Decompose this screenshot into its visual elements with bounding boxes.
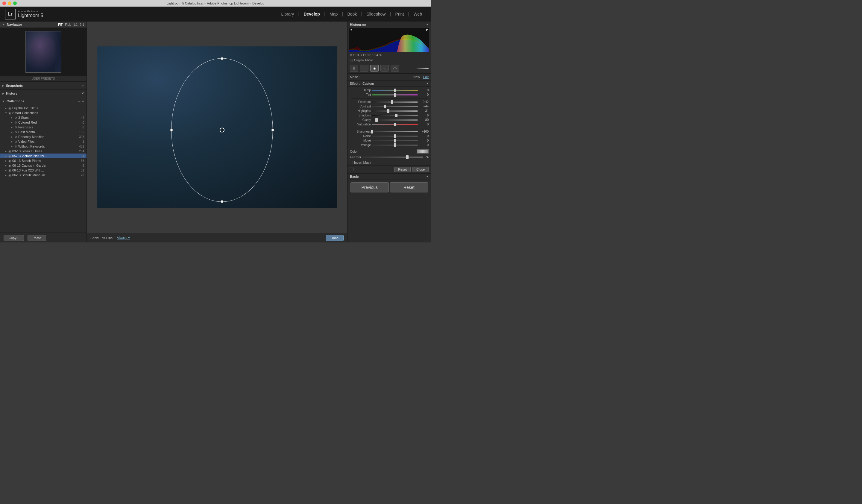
nav-book[interactable]: Book — [343, 6, 361, 22]
tool-redeye[interactable]: ▭ — [380, 65, 389, 71]
tool-gradient[interactable]: ◯ — [391, 65, 399, 71]
tool-grid[interactable]: ⊞ — [350, 65, 358, 71]
maximize-button[interactable] — [13, 1, 17, 5]
collection-item-3stars[interactable]: ▶ ⚙ 3 Stars 44 — [0, 115, 87, 120]
collection-item-past-month[interactable]: ▶ ⚙ Past Month 105 — [0, 130, 87, 134]
slider-thumb-temp[interactable] — [394, 89, 396, 92]
nav-web[interactable]: Web — [409, 6, 426, 22]
slider-thumb-sharpness[interactable] — [371, 130, 373, 133]
collection-item-jessica[interactable]: ▶ ▣ 03-13 Jessica Dress 254 — [0, 149, 87, 154]
collection-count: 34 — [81, 155, 84, 158]
photo-wrapper — [97, 47, 337, 208]
slider-thumb-clarity[interactable] — [375, 118, 378, 122]
minimize-button[interactable] — [8, 1, 11, 5]
paste-button[interactable]: Paste — [27, 235, 46, 241]
collection-item-schulz[interactable]: ▶ ▣ 06-13 Schulz Museum 28 — [0, 173, 87, 177]
right-panel-collapse-tab[interactable]: › — [343, 120, 347, 132]
tool-spot[interactable]: ◉ — [370, 65, 379, 71]
slider-track-shadows[interactable] — [372, 115, 418, 116]
invert-mask-label: Invert Mask — [354, 161, 371, 164]
collection-item-smart[interactable]: ▼ ▣ Smart Collections — [0, 110, 87, 115]
slider-thumb-shadows[interactable] — [395, 114, 397, 117]
nav-1-1[interactable]: 1:1 — [73, 23, 78, 26]
nav-library[interactable]: Library — [277, 6, 298, 22]
basic-section-header[interactable]: Basic ▼ — [348, 173, 431, 180]
show-edit-pins-value[interactable]: Always ▾ — [117, 236, 130, 240]
preview-thumbnail[interactable] — [25, 31, 61, 73]
collection-item-fuji-x20[interactable]: ▶ ▣ 06-13 Fuji X20 With... 31 — [0, 168, 87, 173]
slider-thumb-highlights[interactable] — [387, 109, 389, 113]
nav-print[interactable]: Print — [391, 6, 408, 22]
collection-item-recently-modified[interactable]: ▶ ⚙ Recently Modified 393 — [0, 134, 87, 139]
copy-button[interactable]: Copy... — [3, 235, 24, 241]
nav-3-1[interactable]: 3:1 — [80, 23, 84, 26]
mask-new-button[interactable]: New — [413, 75, 420, 79]
folder-icon: ▣ — [8, 111, 11, 115]
collections-add-button[interactable]: + — [82, 99, 84, 104]
snapshots-header[interactable]: ▶ Snapshots + — [0, 82, 87, 90]
collection-item-without-keywords[interactable]: ▶ ⚙ Without Keywords 482 — [0, 144, 87, 149]
history-clear-button[interactable]: ✕ — [81, 91, 84, 95]
slider-track-tint[interactable] — [372, 94, 418, 95]
nav-fill[interactable]: FILL — [65, 23, 71, 26]
smart-icon: ⚙ — [14, 121, 17, 124]
slider-track-temp[interactable] — [372, 90, 418, 91]
collection-item-bokeh[interactable]: ▶ ▣ 06-13 Bokeh Plants 38 — [0, 158, 87, 163]
collection-item-victoria[interactable]: ▶ ▣ 05-13 Victoria Natural... 34 — [0, 154, 87, 158]
collections-header[interactable]: ▼ Collections − + — [0, 97, 87, 105]
collections-remove-button[interactable]: − — [78, 99, 80, 104]
collections-title: Collections — [6, 100, 78, 103]
feather-slider[interactable] — [363, 157, 423, 158]
slider-track-contrast[interactable] — [372, 106, 418, 107]
slider-thumb-noise[interactable] — [394, 134, 396, 138]
slider-track-saturation[interactable] — [372, 124, 418, 125]
collection-item-fujifilm[interactable]: ▶ ▣ Fujifilm X20 2013 — [0, 106, 87, 110]
slider-thumb-tint[interactable] — [394, 93, 396, 97]
snapshots-add-button[interactable]: + — [82, 83, 84, 88]
slider-temp: Temp 0 — [349, 88, 430, 92]
nav-reset-button[interactable]: Reset — [390, 182, 428, 193]
close-button[interactable]: Close — [413, 167, 429, 172]
done-button[interactable]: Done — [326, 235, 343, 241]
close-button[interactable] — [2, 1, 6, 5]
reset-button[interactable]: Reset — [394, 167, 410, 172]
hist-highlight-warning[interactable] — [426, 29, 429, 31]
navigator-section-header[interactable]: ▼ Navigator FIT FILL 1:1 3:1 — [0, 22, 87, 28]
slider-thumb-exposure[interactable] — [391, 100, 393, 104]
effect-dropdown-arrow[interactable]: ▼ — [426, 82, 429, 85]
hist-shadow-warning[interactable] — [350, 29, 352, 31]
nav-develop[interactable]: Develop — [299, 6, 324, 22]
collection-item-colored-red[interactable]: ▶ ⚙ Colored Red 0 — [0, 120, 87, 125]
slider-track-noise[interactable] — [372, 136, 418, 137]
slider-clarity: Clarity −80 — [349, 118, 430, 122]
slider-track-sharpness[interactable] — [372, 131, 418, 132]
section-checkbox[interactable] — [350, 168, 353, 171]
histogram-dropdown-arrow[interactable]: ▼ — [426, 23, 429, 26]
slider-thumb-contrast[interactable] — [384, 105, 386, 108]
nav-fit[interactable]: FIT — [58, 23, 63, 26]
slider-thumb-defringe[interactable] — [394, 143, 396, 147]
slider-track-defringe[interactable] — [372, 145, 418, 146]
previous-button[interactable]: Previous — [351, 182, 389, 193]
slider-track-moire[interactable] — [372, 140, 418, 141]
collection-item-five-stars[interactable]: ▶ ⚙ Five Stars 0 — [0, 125, 87, 130]
slider-thumb-saturation[interactable] — [394, 123, 396, 126]
color-swatch[interactable] — [417, 149, 429, 154]
history-header[interactable]: ▶ History ✕ — [0, 90, 87, 97]
nav-map[interactable]: Map — [325, 6, 342, 22]
slider-thumb-moire[interactable] — [394, 139, 396, 143]
left-panel-collapse-tab[interactable]: ‹ — [87, 120, 91, 132]
slider-track-clarity[interactable] — [372, 119, 418, 121]
nav-slideshow[interactable]: Slideshow — [363, 6, 390, 22]
invert-mask-checkbox[interactable] — [350, 161, 353, 164]
tool-crop[interactable]: ○ — [360, 65, 368, 71]
histogram-title: Histogram — [350, 23, 366, 26]
feather-thumb[interactable] — [406, 155, 408, 159]
slider-track-highlights[interactable] — [372, 110, 418, 111]
tool-opacity-slider[interactable] — [417, 68, 429, 69]
collection-item-cactus[interactable]: ▶ ▣ 06-13 Cactus in Garden 6 — [0, 163, 87, 168]
mask-edit-button[interactable]: Edit — [423, 75, 429, 79]
slider-track-exposure[interactable] — [372, 102, 418, 103]
collection-item-video-files[interactable]: ▶ ⚙ Video Files 1 — [0, 139, 87, 144]
original-photo-checkbox[interactable] — [350, 59, 353, 62]
